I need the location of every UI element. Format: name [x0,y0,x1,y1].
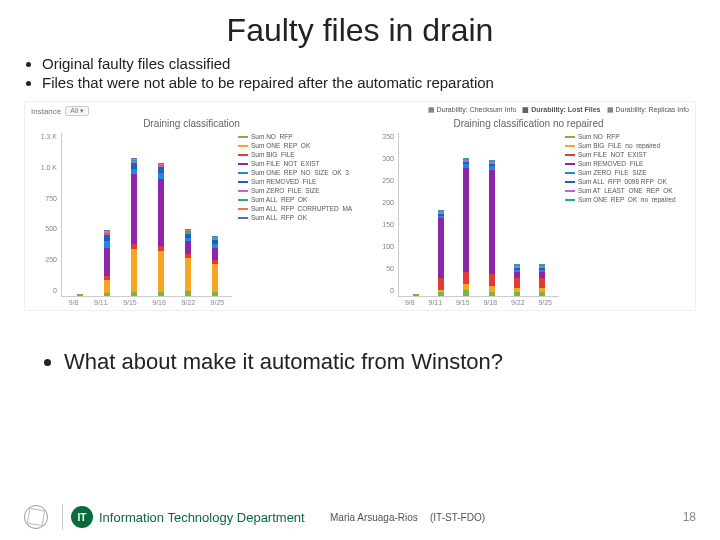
legend-label: Sum ALL_RFP_CORRUPTED_MARC-LTS_NOT_SITE [251,205,352,212]
dept-name: Information Technology Department [99,510,305,525]
bar-column [77,294,83,296]
bar-segment [77,294,83,296]
legend-item: Sum NO_RFP [238,133,352,140]
bar-segment [438,278,444,290]
legend-swatch-icon [565,136,575,138]
bar-column [514,264,520,296]
bar-segment [131,174,137,244]
panel-tab[interactable]: ▦ Durability: Lost Files [522,106,600,116]
axis-tick: 9/15 [123,299,137,306]
axis-tick: 1.0 K [31,164,57,171]
bars-left[interactable] [61,133,232,297]
axis-tick: 100 [368,243,394,250]
legend-swatch-icon [565,181,575,183]
bar-segment [212,248,218,261]
panel-tab[interactable]: ▦ Durability: Replicas Info [607,106,689,116]
axis-tick: 500 [31,225,57,232]
legend-swatch-icon [238,181,248,183]
bullet-item: Original faulty files classified [42,55,696,72]
legend-item: Sum NO_RFP [565,133,689,140]
legend-right: Sum NO_RFPSum BIG_FILE_no_repairedSum FI… [559,133,689,306]
legend-item: Sum ONE_REP_NO_SIZE_OK_3 [238,169,352,176]
chart-title-left: Draining classification [31,118,352,129]
bar-segment [131,292,137,296]
cern-logo-icon [24,505,48,529]
axis-tick: 350 [368,133,394,140]
legend-item: Sum ALL_REP_OK [238,196,352,203]
bar-segment [514,278,520,288]
legend-swatch-icon [238,208,248,210]
legend-item: Sum ALL_RFP_0098 RFP_OK [565,178,689,185]
bar-column [158,163,164,296]
legend-swatch-icon [238,136,248,138]
bar-segment [158,179,164,247]
footer: IT Information Technology Department Mar… [0,504,720,530]
legend-label: Sum ONE_REP_OK_no_repaired [578,196,676,203]
bar-segment [463,290,469,296]
axis-tick: 150 [368,221,394,228]
legend-item: Sum FILE_NOT_EXIST [565,151,689,158]
legend-item: Sum ONE_REP_OK [238,142,352,149]
legend-swatch-icon [238,145,248,147]
axis-tick: 9/22 [511,299,525,306]
legend-item: Sum BIG_FILE_no_repaired [565,142,689,149]
bars-right[interactable] [398,133,559,297]
legend-label: Sum NO_RFP [251,133,293,140]
bar-column [539,264,545,296]
charts-row: Instance All ▾ Draining classification 1… [24,101,696,311]
bar-segment [539,292,545,296]
bar-segment [489,292,495,296]
legend-label: Sum REMOVED_FILE [578,160,643,167]
bar-segment [158,251,164,292]
page-number: 18 [683,510,696,524]
plot-area-left: 1.3 K1.0 K7505002500 9/89/119/159/189/22… [31,133,352,306]
plot-area-right: 350300250200150100500 9/89/119/159/189/2… [368,133,689,306]
x-axis-left: 9/89/119/159/189/229/25 [61,299,232,306]
dept-code: (IT-ST-FDO) [430,512,485,523]
bullet-list: Original faulty files classified Files t… [42,55,696,91]
legend-swatch-icon [565,145,575,147]
bar-segment [158,292,164,296]
bar-column [131,158,137,296]
bar-segment [131,249,137,292]
axis-tick: 9/15 [456,299,470,306]
bar-column [104,230,110,296]
legend-item: Sum ALL_RFP_CORRUPTED_MARC-LTS_NOT_SITE [238,205,352,212]
legend-swatch-icon [565,190,575,192]
bar-segment [185,258,191,290]
instance-dropdown[interactable]: All ▾ [65,106,89,116]
y-axis-right: 350300250200150100500 [368,133,398,306]
axis-tick: 0 [368,287,394,294]
legend-item: Sum BIG_FILE [238,151,352,158]
y-axis-left: 1.3 K1.0 K7505002500 [31,133,61,306]
axis-tick: 9/8 [405,299,415,306]
it-badge-icon: IT [71,506,93,528]
bar-segment [438,292,444,296]
legend-swatch-icon [238,172,248,174]
bar-segment [463,272,469,284]
bar-segment [185,291,191,296]
bar-segment [514,292,520,296]
legend-label: Sum BIG_FILE [251,151,295,158]
bar-segment [104,248,110,276]
legend-label: Sum FILE_NOT_EXIST [578,151,647,158]
legend-label: Sum ONE_REP_NO_SIZE_OK_3 [251,169,349,176]
legend-swatch-icon [238,154,248,156]
legend-item: Sum ALL_RFP_OK [238,214,352,221]
bar-column [489,160,495,296]
instance-label: Instance [31,107,61,116]
legend-item: Sum ONE_REP_OK_no_repaired [565,196,689,203]
legend-swatch-icon [238,217,248,219]
legend-item: Sum ZERO_FILE_SIZE [565,169,689,176]
panel-tab[interactable]: ▦ Durability: Checksum Info [428,106,517,116]
axis-tick: 9/25 [211,299,225,306]
bar-column [185,229,191,296]
legend-label: Sum FILE_NOT_EXIST [251,160,320,167]
axis-tick: 750 [31,195,57,202]
legend-swatch-icon [238,190,248,192]
legend-label: Sum ALL_RFP_0098 RFP_OK [578,178,667,185]
bar-column [438,210,444,296]
bar-segment [539,278,545,288]
slide: Faulty files in drain Original faulty fi… [0,0,720,540]
legend-swatch-icon [238,199,248,201]
